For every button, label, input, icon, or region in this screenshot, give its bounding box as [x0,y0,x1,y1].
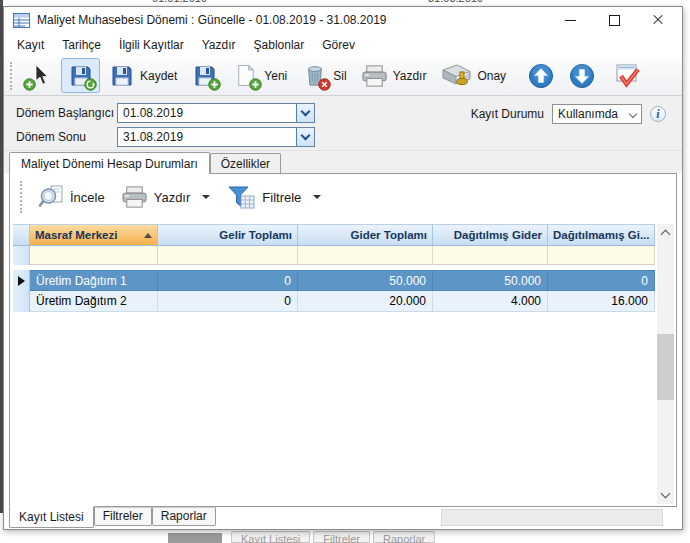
save-new-icon [191,62,218,89]
background-tab: Kayıt Listesi [231,531,310,543]
filter-button[interactable]: Filtrele [218,180,329,215]
save-button[interactable]: Kaydet [102,58,183,93]
cell-dagitilmis-gider[interactable]: 4.000 [433,291,548,312]
filter-cell[interactable] [548,246,655,265]
period-start-combo[interactable]: 01.08.2019 [117,103,315,123]
column-header-gelir-toplami[interactable]: Gelir Toplamı [158,224,298,246]
grid-toolbar-grip[interactable] [20,181,25,213]
menu-yazdir[interactable]: Yazdır [193,35,245,55]
period-end-combo[interactable]: 31.08.2019 [117,127,315,147]
menu-ilgili-kayitlar[interactable]: İlgili Kayıtlar [110,35,193,55]
column-header-label: Masraf Merkezi [35,225,117,246]
column-header-dagitilmamis-gider[interactable]: Dağıtılmamış Gi... [548,224,655,246]
grid-print-button[interactable]: Yazdır [113,180,219,215]
filter-label: Filtrele [262,190,301,205]
period-end-dropdown-button[interactable] [296,128,314,146]
title-bar[interactable]: Maliyet Muhasebesi Dönemi : Güncelle - 0… [4,7,682,33]
menu-tarihce[interactable]: Tarihçe [53,35,110,55]
document-check-icon [612,62,642,89]
bottom-tab-kayit-listesi[interactable]: Kayıt Listesi [9,506,94,528]
save-refresh-icon [67,62,94,89]
menu-kayit[interactable]: Kayıt [8,35,53,55]
filter-cell[interactable] [158,246,298,265]
close-button[interactable] [636,7,680,33]
cell-gider-toplami[interactable]: 20.000 [298,291,433,312]
table-header-row: Masraf Merkezi Gelir Toplamı Gider Topla… [13,224,655,246]
new-document-icon [232,62,259,89]
table-row[interactable]: Üretim Dağıtım 1 0 50.000 50.000 0 [13,270,655,291]
navigate-down-button[interactable] [562,58,601,93]
new-label: Yeni [264,69,287,83]
chevron-down-icon[interactable] [313,195,321,199]
plus-badge-icon [208,78,221,91]
column-header-dagitilmis-gider[interactable]: Dağıtılmış Gider [433,224,548,246]
cost-centers-table: Masraf Merkezi Gelir Toplamı Gider Topla… [13,224,655,312]
sort-ascending-icon [144,233,152,238]
period-end-label: Dönem Sonu [16,130,86,144]
bottom-tab-raporlar[interactable]: Raporlar [152,507,216,526]
navigate-up-button[interactable] [521,58,560,93]
cell-gider-toplami[interactable]: 50.000 [298,270,433,291]
select-add-button[interactable] [20,58,59,93]
row-indicator-cell [13,246,30,265]
table-row[interactable]: Üretim Dağıtım 2 0 20.000 4.000 16.000 [13,291,655,312]
column-header-gider-toplami[interactable]: Gider Toplamı [298,224,433,246]
delete-button[interactable]: Sil [295,58,352,93]
save-new-button[interactable] [185,58,224,93]
confirm-record-button[interactable] [606,58,648,93]
tab-content: İncele Yazdır Filtrele [9,173,677,507]
cell-dagitilmamis-gider[interactable]: 0 [548,270,655,291]
menu-sablonlar[interactable]: Şablonlar [245,35,314,55]
tab-hesap-durumlari[interactable]: Maliyet Dönemi Hesap Durumları [9,152,210,174]
printer-icon [361,62,388,89]
cell-gelir-toplami[interactable]: 0 [158,291,298,312]
cell-masraf-merkezi[interactable]: Üretim Dağıtım 2 [30,291,158,312]
chevron-up-icon [661,230,671,240]
row-indicator-header [13,224,30,246]
filter-cell[interactable] [298,246,433,265]
background-scroll-fragment [168,533,222,543]
period-end-value: 31.08.2019 [118,128,314,144]
print-label: Yazdır [393,69,427,83]
menu-bar: Kayıt Tarihçe İlgili Kayıtlar Yazdır Şab… [4,33,682,56]
main-toolbar: Kaydet Yeni Sil Yaz [4,56,682,96]
chevron-down-icon [301,131,311,141]
delete-label: Sil [333,69,346,83]
inspect-label: İncele [70,190,105,205]
inspect-button[interactable]: İncele [29,180,113,215]
filter-cell[interactable] [30,246,158,265]
record-status-select[interactable]: Kullanımda [552,104,642,124]
cell-dagitilmamis-gider[interactable]: 16.000 [548,291,655,312]
tab-ozellikler[interactable]: Özellikler [210,153,281,173]
maximize-button[interactable] [592,7,636,33]
cell-gelir-toplami[interactable]: 0 [158,270,298,291]
row-indicator-cell [13,291,30,312]
cell-dagitilmis-gider[interactable]: 50.000 [433,270,548,291]
menu-gorev[interactable]: Görev [313,35,364,55]
window-controls [548,7,680,33]
print-button[interactable]: Yazdır [355,58,433,93]
filter-cell[interactable] [433,246,548,265]
save-icon [108,62,135,89]
scroll-up-button[interactable] [657,224,674,241]
info-icon[interactable]: i [650,106,666,122]
grid-print-label: Yazdır [154,190,191,205]
filter-funnel-icon [226,184,256,211]
minimize-button[interactable] [548,7,592,33]
close-icon [652,14,664,26]
save-refresh-button[interactable] [61,58,100,93]
vertical-scrollbar[interactable] [657,224,674,504]
scroll-down-button[interactable] [657,487,674,504]
column-header-masraf-merkezi[interactable]: Masraf Merkezi [30,224,158,246]
detail-tabstrip: Maliyet Dönemi Hesap Durumları Özellikle… [4,151,682,173]
period-start-dropdown-button[interactable] [296,104,314,122]
bottom-tab-filtreler[interactable]: Filtreler [94,507,152,526]
chevron-down-icon[interactable] [202,195,210,199]
filter-row [13,246,655,265]
toolbar-grip[interactable] [10,62,15,90]
grid-toolbar: İncele Yazdır Filtrele [10,174,656,220]
cell-masraf-merkezi[interactable]: Üretim Dağıtım 1 [30,270,158,291]
new-button[interactable]: Yeni [226,58,293,93]
scrollbar-thumb[interactable] [657,334,674,400]
approve-button[interactable]: Onay [434,58,512,93]
